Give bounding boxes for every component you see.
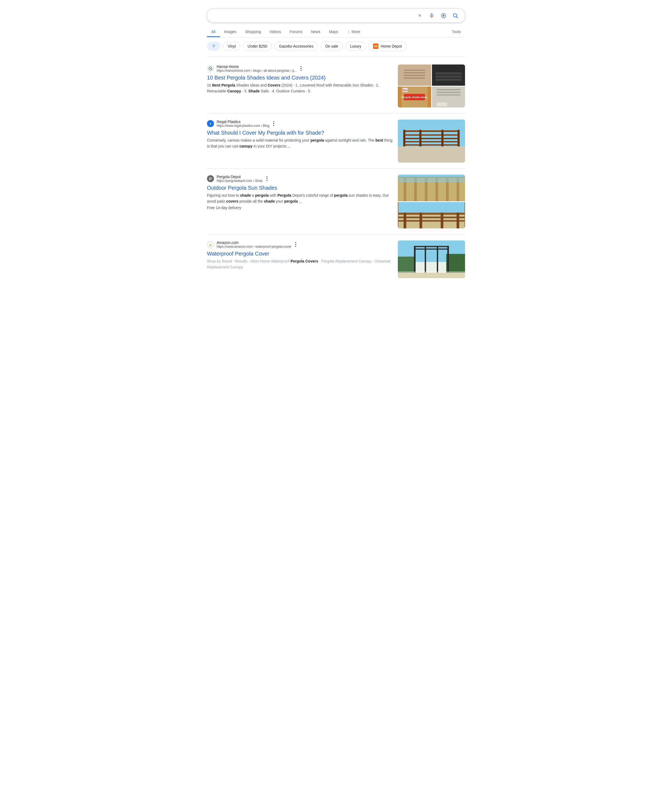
svg-text:Best: Best [403, 89, 408, 91]
lens-icon [440, 13, 446, 19]
thumb-grid-1: Pergola Shade Ideas Best [398, 64, 465, 107]
thumb-grid-3 [398, 175, 465, 229]
mic-icon [429, 13, 435, 19]
thumb-single-4 [398, 240, 465, 278]
svg-text:Pergola Shade Ideas: Pergola Shade Ideas [402, 96, 427, 99]
site-name-3: Pergola Depot [217, 175, 262, 179]
result-left-2: r Regal Plastics https://www.regal-plast… [207, 120, 392, 149]
more-options-3[interactable] [265, 175, 269, 182]
site-info-3: P Pergola Depot https://pergoladepot.com… [207, 175, 392, 183]
favicon-amazon: a [207, 241, 214, 248]
result-thumb-1: Pergola Shade Ideas Best [398, 64, 465, 107]
filter-on-sale[interactable]: On sale [321, 42, 343, 51]
svg-rect-70 [437, 246, 438, 275]
svg-rect-58 [457, 213, 459, 229]
site-url-3: https://pergoladepot.com › Shop [217, 179, 262, 183]
svg-rect-14 [435, 64, 462, 86]
divider [207, 56, 465, 56]
thumb-img-1b [432, 64, 465, 86]
svg-rect-56 [419, 213, 422, 229]
search-button[interactable] [451, 11, 459, 20]
mic-button[interactable] [428, 11, 436, 20]
amazon-logo-icon: a [208, 241, 213, 248]
filter-icon-chip[interactable] [207, 42, 221, 51]
search-bar: best pergola covers × [207, 9, 465, 22]
svg-rect-27 [437, 102, 447, 106]
svg-rect-53 [398, 217, 464, 218]
svg-rect-11 [404, 72, 425, 73]
filter-chips: Vinyl Under $250 Gazebo Accessories On s… [207, 37, 465, 55]
nav-tabs: All Images Shopping Videos Forums News M… [207, 25, 465, 37]
result-snippet-4: Shop by Brand · Results · Alion Home Wat… [207, 258, 392, 270]
svg-rect-39 [398, 146, 465, 163]
tab-shopping[interactable]: Shopping [241, 26, 265, 37]
result-thumb-3 [398, 175, 465, 229]
favicon-regal: r [207, 120, 214, 127]
svg-rect-13 [404, 78, 425, 78]
svg-rect-17 [435, 79, 462, 81]
result-thumb-2 [398, 120, 465, 163]
filter-gazebo[interactable]: Gazebo Accessories [274, 42, 318, 51]
thumb-img-3a [398, 175, 465, 201]
home-depot-icon: HD [373, 43, 378, 49]
site-name-url-4: Amazon.com https://www.amazon.com › wate… [217, 240, 291, 249]
svg-rect-66 [414, 249, 449, 249]
svg-line-8 [210, 67, 211, 70]
svg-rect-31 [403, 138, 460, 139]
result-left-3: P Pergola Depot https://pergoladepot.com… [207, 175, 392, 210]
site-name-url-2: Regal Plastics https://www.regal-plastic… [217, 120, 269, 128]
svg-rect-49 [398, 175, 464, 177]
svg-rect-54 [398, 220, 464, 221]
thumb-img-2 [398, 120, 465, 163]
more-options-4[interactable] [294, 241, 297, 248]
tab-more[interactable]: ⋮ More [342, 26, 365, 37]
site-info-1: Hansø Home https://hansohome.com › blogs… [207, 64, 392, 72]
tab-forums[interactable]: Forums [285, 26, 306, 37]
thumb-img-4 [398, 240, 465, 278]
result-title-4[interactable]: Waterproof Pergola Cover [207, 250, 392, 257]
svg-rect-26 [437, 94, 460, 95]
filter-vinyl[interactable]: Vinyl [223, 42, 240, 51]
result-title-1[interactable]: 10 Best Pergola Shades Ideas and Covers … [207, 74, 392, 81]
svg-rect-25 [437, 92, 460, 93]
search-input[interactable]: best pergola covers [213, 13, 418, 19]
tab-tools[interactable]: Tools [448, 26, 465, 37]
svg-line-3 [456, 17, 458, 18]
filter-under-250[interactable]: Under $250 [243, 42, 272, 51]
site-name-1: Hansø Home [217, 64, 297, 69]
table-row: Hansø Home https://hansohome.com › blogs… [207, 60, 465, 112]
thumb-img-1a [398, 64, 431, 86]
filter-home-depot[interactable]: HD Home Depot [368, 41, 406, 51]
svg-rect-32 [403, 141, 460, 142]
favicon-hanso [207, 65, 214, 72]
tab-images[interactable]: Images [220, 26, 241, 37]
svg-rect-69 [425, 246, 426, 275]
svg-rect-29 [403, 130, 460, 132]
result-title-2[interactable]: What Should I Cover My Pergola with for … [207, 129, 392, 136]
more-options-1[interactable] [299, 65, 303, 72]
svg-rect-52 [398, 213, 464, 215]
result-snippet-2: Conversely, canvas makes a solid materia… [207, 137, 392, 149]
svg-rect-10 [404, 70, 425, 71]
result-title-3[interactable]: Outdoor Pergola Sun Shades [207, 184, 392, 191]
result-left-1: Hansø Home https://hansohome.com › blogs… [207, 64, 392, 94]
svg-rect-16 [435, 75, 462, 78]
site-name-url-1: Hansø Home https://hansohome.com › blogs… [217, 64, 297, 72]
svg-rect-38 [398, 120, 465, 130]
google-lens-button[interactable] [440, 11, 448, 20]
tab-news[interactable]: News [307, 26, 325, 37]
site-url-2: https://www.regal-plastics.com › Blog [217, 124, 269, 128]
svg-rect-12 [404, 75, 425, 76]
more-options-2[interactable] [272, 120, 275, 127]
svg-rect-33 [403, 144, 460, 145]
table-row: a Amazon.com https://www.amazon.com › wa… [207, 236, 465, 283]
tab-all[interactable]: All [207, 26, 220, 37]
more-dots-icon: ⋮ [347, 30, 350, 34]
clear-button[interactable]: × [418, 13, 421, 19]
tab-maps[interactable]: Maps [325, 26, 342, 37]
filter-icon [211, 44, 216, 48]
tab-videos[interactable]: Videos [265, 26, 285, 37]
svg-rect-68 [447, 246, 449, 275]
filter-luxury[interactable]: Luxury [346, 42, 366, 51]
slash-circle-icon [209, 67, 212, 70]
